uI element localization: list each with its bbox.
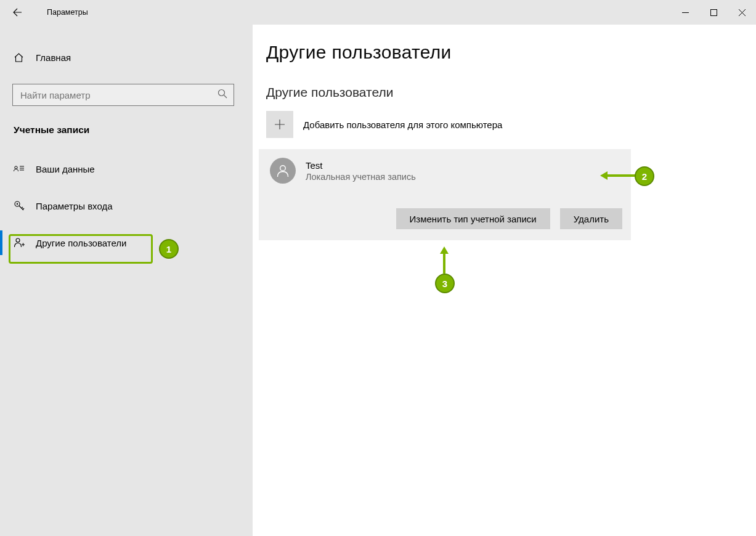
user-name: Test bbox=[306, 160, 416, 171]
section-title: Другие пользователи bbox=[266, 85, 756, 100]
user-actions: Изменить тип учетной записи Удалить bbox=[267, 208, 622, 229]
svg-point-4 bbox=[17, 203, 18, 205]
search-input[interactable] bbox=[13, 89, 206, 101]
back-button[interactable] bbox=[5, 0, 30, 25]
user-type: Локальная учетная запись bbox=[306, 172, 416, 182]
close-button[interactable] bbox=[728, 0, 756, 25]
plus-icon bbox=[274, 118, 286, 131]
search-icon bbox=[217, 89, 227, 101]
svg-rect-0 bbox=[710, 9, 717, 15]
sidebar-nav: Ваши данные Параметры входа Другие п bbox=[0, 155, 253, 256]
sidebar-category: Учетные записи bbox=[0, 124, 253, 136]
svg-point-1 bbox=[219, 90, 225, 96]
minimize-button[interactable] bbox=[671, 0, 699, 25]
sidebar-item-signin-options[interactable]: Параметры входа bbox=[0, 192, 253, 219]
titlebar: Параметры bbox=[0, 0, 756, 25]
delete-button[interactable]: Удалить bbox=[560, 208, 622, 229]
id-card-icon bbox=[14, 164, 25, 173]
svg-point-5 bbox=[16, 238, 20, 242]
sidebar-item-label: Параметры входа bbox=[36, 201, 113, 211]
sidebar: Главная Учетные записи Ваши данные bbox=[0, 25, 253, 536]
sidebar-item-your-info[interactable]: Ваши данные bbox=[0, 155, 253, 182]
page-title: Другие пользователи bbox=[266, 42, 756, 63]
svg-point-6 bbox=[280, 166, 286, 171]
user-card[interactable]: Test Локальная учетная запись Изменить т… bbox=[259, 149, 631, 240]
window-controls bbox=[671, 0, 756, 25]
close-icon bbox=[739, 9, 746, 16]
arrow-left-icon bbox=[12, 7, 22, 17]
maximize-icon bbox=[710, 9, 717, 16]
add-user-row[interactable]: Добавить пользователя для этого компьюте… bbox=[266, 111, 756, 138]
person-icon bbox=[275, 163, 290, 178]
minimize-icon bbox=[682, 9, 689, 16]
key-icon bbox=[14, 200, 25, 211]
sidebar-item-label: Другие пользователи bbox=[36, 238, 126, 248]
sidebar-item-label: Ваши данные bbox=[36, 164, 95, 174]
person-add-icon bbox=[14, 237, 25, 248]
search-box[interactable] bbox=[12, 84, 234, 106]
sidebar-home[interactable]: Главная bbox=[0, 44, 253, 70]
sidebar-home-label: Главная bbox=[36, 52, 71, 63]
change-account-type-button[interactable]: Изменить тип учетной записи bbox=[396, 208, 550, 229]
user-header: Test Локальная учетная запись bbox=[267, 158, 622, 184]
window-title: Параметры bbox=[47, 8, 88, 17]
avatar bbox=[270, 158, 296, 184]
svg-point-2 bbox=[15, 166, 17, 169]
sidebar-item-other-users[interactable]: Другие пользователи bbox=[0, 229, 253, 256]
user-info: Test Локальная учетная запись bbox=[306, 160, 416, 182]
add-user-label: Добавить пользователя для этого компьюте… bbox=[303, 120, 502, 130]
maximize-button[interactable] bbox=[699, 0, 728, 25]
plus-tile bbox=[266, 111, 293, 138]
home-icon bbox=[14, 52, 25, 63]
content-pane: Другие пользователи Другие пользователи … bbox=[253, 25, 756, 536]
